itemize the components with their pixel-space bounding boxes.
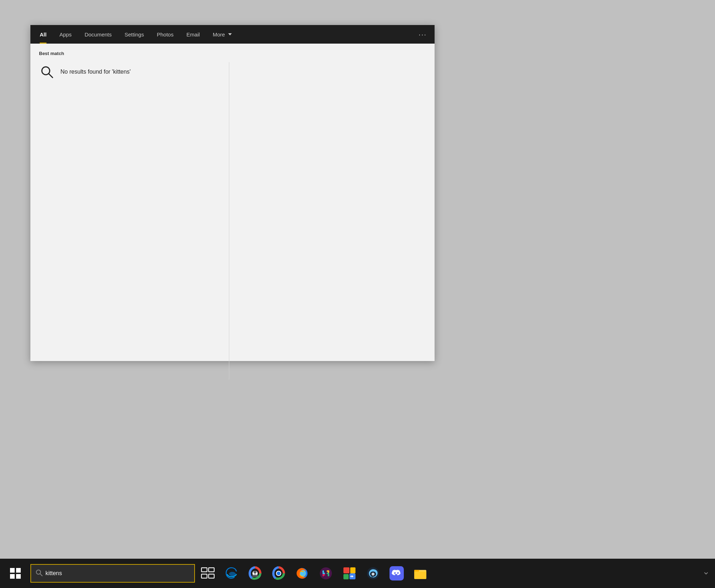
svg-rect-27 xyxy=(328,570,329,573)
gmail-button[interactable] xyxy=(338,562,361,585)
best-match-label: Best match xyxy=(39,51,426,56)
svg-rect-39 xyxy=(414,572,426,579)
content-area: Best match No results found for 'kittens… xyxy=(30,44,435,361)
svg-rect-28 xyxy=(343,567,349,573)
taskbar-show-more[interactable] xyxy=(697,559,715,588)
svg-point-34 xyxy=(372,573,374,575)
more-options-button[interactable]: ··· xyxy=(413,25,432,44)
svg-rect-3 xyxy=(16,568,21,573)
svg-rect-21 xyxy=(323,570,324,573)
svg-point-16 xyxy=(277,572,281,575)
svg-rect-25 xyxy=(323,575,324,576)
firefox-button[interactable] xyxy=(291,562,314,585)
steam-button[interactable] xyxy=(362,562,385,585)
svg-rect-23 xyxy=(328,574,329,576)
svg-point-37 xyxy=(397,572,399,574)
content-divider xyxy=(229,62,229,380)
no-results-row: No results found for 'kittens' xyxy=(39,61,426,83)
search-icon xyxy=(39,64,55,80)
svg-rect-29 xyxy=(350,567,356,573)
taskbar-search-text: kittens xyxy=(45,570,62,577)
chrome-button[interactable] xyxy=(267,562,290,585)
svg-rect-30 xyxy=(343,574,349,579)
chevron-down-icon xyxy=(228,33,232,35)
svg-line-7 xyxy=(40,574,42,576)
tab-all[interactable]: All xyxy=(33,25,53,44)
tab-documents[interactable]: Documents xyxy=(78,25,118,44)
svg-rect-4 xyxy=(10,574,15,579)
svg-point-14 xyxy=(254,571,256,574)
nav-bar: All Apps Documents Settings Photos Email… xyxy=(30,25,435,44)
search-window: All Apps Documents Settings Photos Email… xyxy=(30,25,435,361)
start-button[interactable] xyxy=(0,559,30,588)
taskbar-search-box[interactable]: kittens xyxy=(30,564,195,583)
svg-rect-11 xyxy=(209,574,214,578)
tab-more[interactable]: More xyxy=(206,25,238,44)
svg-point-19 xyxy=(320,567,332,579)
taskbar-icons xyxy=(195,559,433,588)
edge-button[interactable] xyxy=(220,562,243,585)
svg-rect-32 xyxy=(350,576,353,577)
tab-photos[interactable]: Photos xyxy=(150,25,180,44)
svg-line-1 xyxy=(49,74,53,78)
slack-button[interactable] xyxy=(314,562,337,585)
svg-rect-9 xyxy=(209,568,214,572)
svg-rect-5 xyxy=(16,574,21,579)
discord-button[interactable] xyxy=(385,562,408,585)
taskbar-search-icon xyxy=(35,569,43,578)
tab-email[interactable]: Email xyxy=(180,25,206,44)
nav-spacer xyxy=(238,25,413,44)
tab-settings[interactable]: Settings xyxy=(118,25,150,44)
svg-point-36 xyxy=(394,572,396,574)
chrome-person-button[interactable] xyxy=(244,562,266,585)
svg-rect-2 xyxy=(10,568,15,573)
taskbar: kittens xyxy=(0,559,715,588)
svg-rect-10 xyxy=(201,574,207,578)
no-results-text: No results found for 'kittens' xyxy=(60,69,131,75)
svg-rect-8 xyxy=(201,568,207,572)
file-explorer-button[interactable] xyxy=(409,562,432,585)
task-view-button[interactable] xyxy=(196,562,219,585)
tab-apps[interactable]: Apps xyxy=(53,25,78,44)
